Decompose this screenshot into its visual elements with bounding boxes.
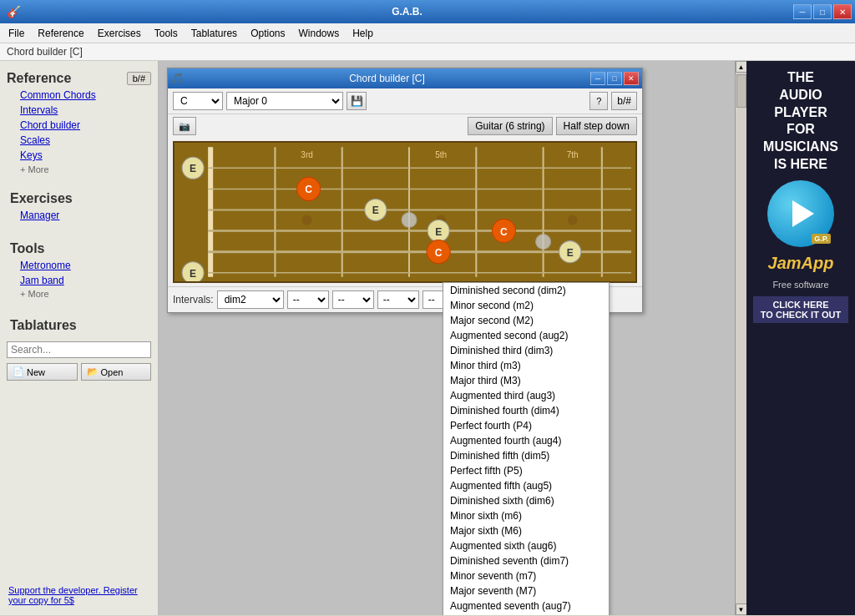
ad-app-name: JamApp — [768, 254, 834, 273]
dropdown-item-M7[interactable]: Major seventh (M7) — [443, 583, 609, 598]
svg-text:C: C — [305, 184, 312, 195]
dropdown-item-dim4[interactable]: Diminished fourth (dim4) — [443, 403, 609, 418]
svg-text:C: C — [500, 226, 508, 238]
fretboard: 3rd 5th 7th E — [173, 141, 637, 283]
dropdown-item-P4[interactable]: Perfect fourth (P4) — [443, 418, 609, 433]
search-input[interactable] — [7, 341, 151, 358]
svg-point-32 — [536, 235, 551, 250]
chord-maximize-btn[interactable]: □ — [607, 72, 622, 85]
close-button[interactable]: ✕ — [833, 4, 852, 19]
sidebar-item-metronome[interactable]: Metronome — [0, 258, 158, 273]
intervals-select[interactable]: dim2m2M2 — [217, 290, 284, 309]
dropdown-item-dim5[interactable]: Diminished fifth (dim5) — [443, 448, 609, 463]
dropdown-item-m3[interactable]: Minor third (m3) — [443, 358, 609, 373]
menu-bar: File Reference Exercises Tools Tablature… — [0, 23, 855, 43]
dropdown-item-dim2[interactable]: Diminished second (dim2) — [443, 283, 609, 298]
scroll-thumb[interactable] — [736, 74, 746, 108]
svg-text:E: E — [435, 226, 442, 238]
scrollbar: ▲ ▼ — [735, 61, 746, 615]
chord-save-button[interactable]: 💾 — [347, 92, 367, 110]
sidebar-item-jam-band[interactable]: Jam band — [0, 273, 158, 288]
chord-title-bar: 🎵 Chord builder [C] ─ □ ✕ — [168, 68, 642, 88]
tablatures-header: Tablatures — [0, 313, 158, 335]
chord-sharpflat-button[interactable]: b/# — [611, 92, 637, 110]
svg-text:3rd: 3rd — [301, 150, 312, 159]
dropdown-item-M6[interactable]: Major sixth (M6) — [443, 523, 609, 538]
content-area: 🎵 Chord builder [C] ─ □ ✕ CC#DD# EFF#G G… — [159, 61, 855, 615]
chord-image-button[interactable]: 📷 — [173, 117, 196, 135]
menu-file[interactable]: File — [2, 23, 31, 43]
svg-text:5th: 5th — [435, 150, 447, 159]
dropdown-item-aug4[interactable]: Augmented fourth (aug4) — [443, 433, 609, 448]
minimize-button[interactable]: ─ — [793, 4, 812, 19]
dropdown-item-m6[interactable]: Minor sixth (m6) — [443, 508, 609, 523]
dropdown-item-dim6[interactable]: Diminished sixth (dim6) — [443, 493, 609, 508]
chord-guitar-button[interactable]: Guitar (6 string) — [468, 117, 552, 135]
dropdown-item-aug7[interactable]: Augmented seventh (aug7) — [443, 598, 609, 613]
menu-windows[interactable]: Windows — [291, 23, 346, 43]
svg-point-16 — [302, 215, 312, 225]
interval-4-select[interactable]: -- — [377, 290, 419, 309]
dropdown-item-aug5[interactable]: Augmented fifth (aug5) — [443, 478, 609, 493]
dropdown-item-dim3[interactable]: Diminished third (dim3) — [443, 343, 609, 358]
chord-key-select[interactable]: CC#DD# EFF#G G#AA#B — [173, 92, 223, 110]
chord-halfstep-button[interactable]: Half step down — [556, 117, 637, 135]
sidebar-item-manager[interactable]: Manager — [0, 208, 158, 223]
svg-point-18 — [568, 215, 578, 225]
sidebar-item-chord-builder[interactable]: Chord builder — [0, 118, 158, 133]
scroll-down-arrow[interactable]: ▼ — [736, 603, 747, 615]
dropdown-item-aug6[interactable]: Augmented sixth (aug6) — [443, 538, 609, 553]
menu-tools[interactable]: Tools — [148, 23, 185, 43]
menu-options[interactable]: Options — [244, 23, 291, 43]
dropdown-item-M2[interactable]: Major second (M2) — [443, 313, 609, 328]
sidebar-item-common-chords[interactable]: Common Chords — [0, 88, 158, 103]
ad-panel[interactable]: THE AUDIO PLAYER FOR MUSICIANS IS HERE G… — [746, 61, 855, 615]
new-button[interactable]: 📄 New — [7, 363, 78, 381]
menu-tablatures[interactable]: Tablatures — [185, 23, 244, 43]
scroll-up-arrow[interactable]: ▲ — [736, 61, 747, 73]
chord-controls-row: 📷 Guitar (6 string) Half step down — [168, 114, 642, 138]
search-actions: 📄 New 📂 Open — [0, 361, 158, 382]
svg-text:E: E — [190, 268, 196, 280]
dropdown-item-P8[interactable]: Perfect octave (P8) — [443, 613, 609, 615]
intervals-dropdown: Diminished second (dim2) Minor second (m… — [443, 282, 610, 615]
menu-exercises[interactable]: Exercises — [91, 23, 148, 43]
dropdown-item-m2[interactable]: Minor second (m2) — [443, 298, 609, 313]
app-title: G.A.B. — [21, 6, 793, 18]
dropdown-item-dim7[interactable]: Diminished seventh (dim7) — [443, 553, 609, 568]
ad-play-circle[interactable]: G.P. — [767, 180, 834, 247]
open-button[interactable]: 📂 Open — [81, 363, 152, 381]
chord-title-icon: 🎵 — [171, 73, 184, 84]
dropdown-item-P5[interactable]: Perfect fifth (P5) — [443, 463, 609, 478]
reference-header: Reference — [7, 71, 71, 86]
ad-click-text[interactable]: CLICK HERE TO CHECK IT OUT — [753, 296, 848, 323]
main-layout: Reference b/# Common Chords Intervals Ch… — [0, 61, 855, 615]
window-controls: ─ □ ✕ — [793, 4, 852, 19]
dropdown-item-m7[interactable]: Minor seventh (m7) — [443, 568, 609, 583]
chord-help-button[interactable]: ? — [589, 92, 608, 110]
menu-help[interactable]: Help — [346, 23, 380, 43]
support-link[interactable]: Support the developer. Register your cop… — [0, 580, 158, 610]
reference-more[interactable]: + More — [0, 163, 158, 176]
menu-reference[interactable]: Reference — [31, 23, 90, 43]
dropdown-item-M3[interactable]: Major third (M3) — [443, 373, 609, 388]
sidebar-item-intervals[interactable]: Intervals — [0, 103, 158, 118]
chord-type-select[interactable]: Major 0MinorMajor 7 Minor 7Dominant 7 — [226, 92, 343, 110]
maximize-button[interactable]: □ — [813, 4, 832, 19]
play-triangle-icon — [792, 200, 814, 227]
dropdown-item-aug2[interactable]: Augmented second (aug2) — [443, 328, 609, 343]
chord-close-btn[interactable]: ✕ — [624, 72, 639, 85]
dropdown-item-aug3[interactable]: Augmented third (aug3) — [443, 388, 609, 403]
sidebar-item-scales[interactable]: Scales — [0, 133, 158, 148]
exercises-header: Exercises — [0, 186, 158, 208]
chord-minimize-btn[interactable]: ─ — [590, 72, 605, 85]
ad-free-text: Free software — [772, 280, 828, 290]
sharp-flat-button[interactable]: b/# — [127, 72, 151, 85]
title-bar: 🎸 G.A.B. ─ □ ✕ — [0, 0, 855, 23]
interval-3-select[interactable]: -- — [332, 290, 374, 309]
interval-2-select[interactable]: -- — [287, 290, 329, 309]
svg-text:C: C — [435, 247, 443, 259]
sidebar-item-keys[interactable]: Keys — [0, 148, 158, 163]
svg-text:E: E — [567, 247, 574, 259]
tools-more[interactable]: + More — [0, 287, 59, 300]
